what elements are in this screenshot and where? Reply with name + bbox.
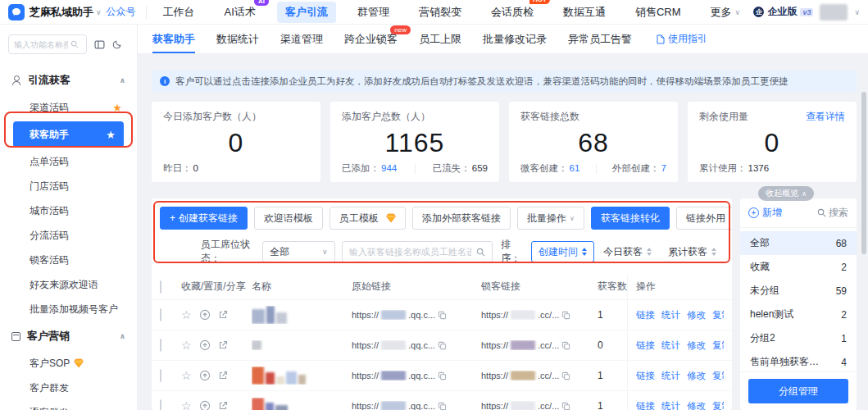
sidebar-item[interactable]: 门店活码 bbox=[0, 174, 137, 198]
group-item[interactable]: 全部68 bbox=[740, 231, 857, 255]
row-action-link[interactable]: 统计 bbox=[661, 339, 680, 352]
copy-icon[interactable] bbox=[561, 311, 570, 320]
row-action-link[interactable]: 链接 bbox=[636, 370, 655, 382]
copy-icon[interactable] bbox=[561, 341, 570, 350]
nav-item[interactable]: 更多∨ bbox=[702, 2, 749, 23]
seat-status-select[interactable]: 全部 ∨ bbox=[262, 241, 334, 262]
toolbar-button[interactable]: 添加外部获客链接 bbox=[412, 207, 511, 230]
view-details-link[interactable]: 查看详情 bbox=[806, 110, 845, 124]
avatar[interactable] bbox=[820, 4, 848, 20]
group-manage-button[interactable]: 分组管理 bbox=[748, 379, 848, 403]
link-search-input[interactable] bbox=[349, 247, 472, 257]
sidebar-section-header[interactable]: 引流获客∧ bbox=[0, 66, 137, 95]
sort-chip[interactable]: 今日获客 bbox=[596, 241, 659, 262]
row-action-link[interactable]: 统计 bbox=[661, 400, 680, 410]
nav-item[interactable]: 工作台 bbox=[155, 2, 203, 23]
sidebar-item[interactable]: 批量添加视频号客户 bbox=[0, 297, 137, 321]
group-item[interactable]: 分组21 bbox=[740, 326, 857, 350]
group-item[interactable]: 收藏2 bbox=[740, 255, 857, 279]
row-action-link[interactable]: 链接 bbox=[636, 339, 655, 352]
toolbar-button[interactable]: +创建获客链接 bbox=[160, 207, 248, 230]
favorite-star-icon[interactable]: ☆ bbox=[181, 400, 192, 410]
app-logo-icon[interactable] bbox=[8, 4, 25, 20]
chevron-down-icon[interactable]: ∨ bbox=[854, 8, 860, 16]
nav-item[interactable]: 营销裂变 bbox=[411, 2, 470, 23]
toolbar-button[interactable]: 批量操作∨ bbox=[517, 207, 584, 230]
copy-icon[interactable] bbox=[438, 371, 447, 380]
collapse-overview-pill[interactable]: 收起概览 ∧ bbox=[758, 186, 814, 201]
row-action-link[interactable]: 修改 bbox=[687, 400, 706, 410]
sidebar-search-field[interactable] bbox=[8, 34, 87, 54]
link-search-field[interactable] bbox=[342, 241, 493, 262]
tab[interactable]: 数据统计 bbox=[216, 25, 259, 53]
row-action-link[interactable]: 复制 bbox=[712, 400, 724, 410]
add-group-button[interactable]: + 新增 bbox=[748, 206, 782, 220]
copy-icon[interactable] bbox=[561, 402, 570, 410]
checkbox[interactable] bbox=[160, 399, 161, 410]
sidebar-item[interactable]: 客户SOP bbox=[0, 351, 137, 376]
sidebar-item[interactable]: 渠道活码★ bbox=[0, 95, 137, 120]
star-icon[interactable]: ★ bbox=[112, 102, 122, 113]
nav-item[interactable]: AI话术AI bbox=[216, 2, 264, 23]
favorite-star-icon[interactable]: ☆ bbox=[181, 309, 192, 321]
share-icon[interactable] bbox=[218, 401, 228, 410]
row-action-link[interactable]: 复制 bbox=[712, 339, 724, 352]
pin-top-icon[interactable] bbox=[199, 370, 211, 381]
star-icon[interactable]: ★ bbox=[106, 130, 116, 140]
usage-guide-link[interactable]: 使用指引 bbox=[657, 32, 707, 46]
nav-item[interactable]: 销售CRM bbox=[627, 2, 689, 23]
sidebar-search-input[interactable] bbox=[14, 40, 68, 49]
row-action-link[interactable]: 链接 bbox=[636, 400, 655, 410]
checkbox[interactable] bbox=[160, 308, 161, 321]
tab[interactable]: 批量修改记录 bbox=[483, 25, 547, 53]
row-action-link[interactable]: 统计 bbox=[661, 370, 680, 382]
nav-item[interactable]: 数据互通 bbox=[555, 2, 614, 23]
row-action-link[interactable]: 复制 bbox=[712, 309, 724, 321]
toolbar-button[interactable]: 链接外用 bbox=[676, 207, 732, 230]
scrollbar-thumb[interactable] bbox=[861, 92, 866, 254]
copy-icon[interactable] bbox=[438, 311, 447, 320]
row-action-link[interactable]: 修改 bbox=[687, 370, 706, 382]
row-action-link[interactable]: 修改 bbox=[687, 339, 706, 352]
share-icon[interactable] bbox=[218, 371, 228, 380]
nav-item[interactable]: 会话质检HOT bbox=[483, 2, 542, 23]
row-action-link[interactable]: 统计 bbox=[661, 309, 680, 321]
checkbox[interactable] bbox=[160, 369, 161, 382]
copy-icon[interactable] bbox=[561, 371, 570, 380]
checkbox[interactable] bbox=[160, 339, 161, 352]
sort-chip[interactable]: 创建时间 bbox=[531, 241, 594, 262]
checkbox[interactable] bbox=[160, 280, 161, 294]
favorite-star-icon[interactable]: ☆ bbox=[181, 370, 192, 381]
group-item[interactable]: 未分组59 bbox=[740, 279, 857, 303]
sidebar-item[interactable]: 逐客群发 bbox=[0, 400, 137, 410]
sidebar-item[interactable]: 点单活码 bbox=[0, 149, 137, 174]
group-item[interactable]: 售前单独获客链...4 bbox=[740, 350, 857, 371]
row-action-link[interactable]: 修改 bbox=[687, 309, 706, 321]
sidebar-item[interactable]: 好友来源欢迎语 bbox=[0, 272, 137, 297]
sidebar-item[interactable]: 分流活码 bbox=[0, 223, 137, 248]
tab[interactable]: 异常员工告警 bbox=[568, 25, 632, 53]
account-type-link[interactable]: 公众号 bbox=[107, 5, 136, 19]
pin-top-icon[interactable] bbox=[199, 400, 211, 410]
copy-icon[interactable] bbox=[438, 402, 447, 410]
nav-item[interactable]: 群管理 bbox=[349, 2, 398, 23]
pin-top-icon[interactable] bbox=[199, 309, 211, 321]
nav-item[interactable]: 客户引流 bbox=[277, 2, 336, 23]
sidebar-item[interactable]: 锁客活码 bbox=[0, 248, 137, 272]
pin-top-icon[interactable] bbox=[199, 339, 211, 351]
chevron-down-icon[interactable]: ∨ bbox=[96, 8, 102, 16]
sidebar-item[interactable]: 城市活码 bbox=[0, 198, 137, 223]
sidebar-item[interactable]: 客户群发 bbox=[0, 376, 137, 400]
tab[interactable]: 渠道管理 bbox=[280, 25, 323, 53]
row-action-link[interactable]: 链接 bbox=[636, 309, 655, 321]
group-item[interactable]: helen测试2 bbox=[740, 303, 857, 326]
toolbar-button[interactable]: 员工模板 bbox=[329, 207, 406, 230]
dark-mode-moon-icon[interactable] bbox=[112, 39, 122, 49]
share-icon[interactable] bbox=[218, 310, 228, 320]
group-search-button[interactable]: 搜索 bbox=[817, 206, 848, 220]
row-action-link[interactable]: 复制 bbox=[712, 370, 724, 382]
sort-chip[interactable]: 累计获客 bbox=[661, 241, 724, 262]
copy-icon[interactable] bbox=[438, 341, 447, 350]
favorite-star-icon[interactable]: ☆ bbox=[181, 339, 192, 351]
share-icon[interactable] bbox=[218, 340, 228, 350]
